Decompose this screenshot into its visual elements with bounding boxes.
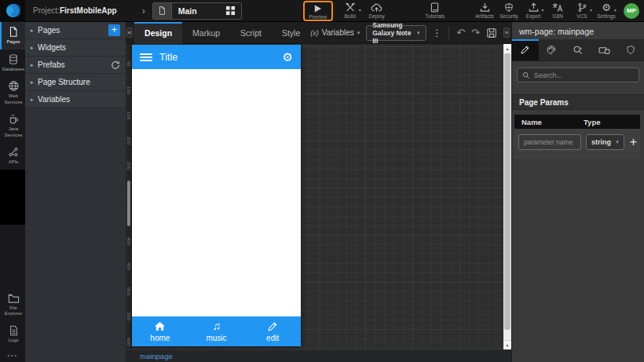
tab-properties[interactable] [512,39,539,60]
section-widgets[interactable]: ▸ Widgets [25,39,126,57]
rail-item-pages[interactable]: Pages [0,22,25,49]
section-prefabs[interactable]: ▸ Prefabs [25,57,126,74]
params-header-row: Name Type [514,115,640,129]
caret-down-icon: ▾ [614,7,617,13]
phone-preview[interactable]: Title ⚙ home ♫ music [132,45,301,346]
rail-more-button[interactable]: ••• [0,347,25,360]
folder-icon [8,293,20,304]
document-icon [8,26,19,38]
ruler-tick: 600 [126,338,131,346]
caret-down-icon: ▾ [417,30,420,36]
wavemaker-logo-icon [5,3,20,18]
tab-styles[interactable] [539,39,565,60]
preview-button[interactable]: Preview [308,3,328,20]
log-file-icon [9,325,19,336]
deploy-button[interactable]: Deploy [367,2,387,19]
expand-right-panel-button[interactable]: » [503,27,510,38]
variables-x-icon: (x) [310,29,319,37]
nav-item-music[interactable]: ♫ music [188,316,245,346]
tab-script[interactable]: Script [230,22,272,44]
tutorials-button[interactable]: Tutorials [425,2,445,19]
i18n-button[interactable]: I18N [547,2,568,19]
page-params-table: Name Type string ▾ + [514,115,640,159]
collapse-left-panel-button[interactable]: « [126,27,133,38]
app-logo[interactable] [0,0,25,22]
rail-item-apis[interactable]: APIs [0,142,25,170]
project-name: Project:FirstMobileApp [33,6,117,15]
page-doc-icon [153,3,172,19]
kebab-menu-icon[interactable]: ⋮ [433,27,442,38]
column-header-type: Type [584,118,640,126]
breadcrumb-chevron-icon: › [142,5,145,16]
tab-style[interactable]: Style [272,22,310,44]
page-selector[interactable]: Main [152,2,242,20]
scroll-up-arrow-icon[interactable]: ▲ [503,44,511,53]
rail-item-databases[interactable]: Databases [0,49,25,77]
refresh-icon[interactable] [111,60,120,70]
build-tools-icon: ▾ [345,2,356,13]
ruler-scrollbar-thumb[interactable] [127,181,130,226]
ruler-tick: 200 [126,137,131,144]
page-grid-icon[interactable] [221,3,241,19]
section-page-params[interactable]: Page Params [512,94,644,110]
events-search-icon [573,45,584,56]
upload-icon: ▾ [529,2,539,13]
user-avatar[interactable]: MP [624,3,639,19]
ruler-tick: 100 [126,86,131,94]
ruler-tick: 150 [126,112,131,119]
devices-icon [598,46,610,55]
security-button[interactable]: Security [499,2,519,19]
page-title: wm-page: mainpage [512,22,644,39]
inspector-search[interactable] [517,68,639,82]
music-icon: ♫ [212,320,221,332]
scroll-down-arrow-icon[interactable]: ▼ [503,340,511,349]
palette-icon [546,45,557,55]
phone-content-area[interactable] [132,69,301,316]
tab-devices[interactable] [591,39,618,60]
download-icon [480,2,490,13]
tab-design[interactable]: Design [134,22,182,44]
rail-item-web-services[interactable]: Web Services [0,76,25,109]
add-page-button[interactable]: + [108,24,120,36]
section-variables[interactable]: ▸ Variables [25,91,126,108]
tab-markup[interactable]: Markup [182,22,230,44]
design-canvas[interactable]: 50 100 150 200 250 300 350 400 450 500 5… [126,44,511,349]
rail-item-file-explorer[interactable]: File Explorer [0,289,25,321]
redo-icon[interactable]: ↷ [471,27,480,38]
tab-security[interactable] [617,39,644,60]
build-button[interactable]: ▾ Build [340,2,360,19]
save-icon[interactable] [486,27,497,38]
export-button[interactable]: ▾ Export [523,2,543,19]
section-page-structure[interactable]: ▸ Page Structure [25,74,126,91]
parameter-name-input[interactable] [518,134,581,150]
device-selector[interactable]: Samsung Galaxy Note III ▾ [366,25,426,41]
section-pages[interactable]: ▸ Pages + [25,22,126,39]
rail-item-logs[interactable]: Logs [0,321,25,348]
tab-events[interactable] [565,39,591,60]
nav-item-edit[interactable]: edit [244,316,301,346]
params-input-row: string ▾ + [514,129,640,159]
search-input[interactable] [534,71,634,79]
preview-highlight-box: Preview [303,1,333,21]
chevron-down-icon: ▾ [357,30,360,36]
breadcrumb[interactable]: mainpage [140,352,173,360]
canvas-toolbar: « Design Markup Script Style (x) Variabl… [126,22,511,44]
rail-item-java-services[interactable]: Java Services [0,109,25,142]
chevron-right-icon: ▸ [31,27,38,34]
chevron-right-icon: ▸ [31,45,38,51]
vcs-button[interactable]: ▾ VCS [572,2,592,19]
scrollbar-thumb[interactable] [504,53,510,330]
caret-down-icon: ▾ [541,7,543,13]
artifacts-button[interactable]: Artifacts [474,2,495,19]
undo-icon[interactable]: ↶ [456,27,465,38]
canvas-vertical-scrollbar[interactable]: ▲ ▼ [503,44,511,349]
variables-dropdown[interactable]: (x) Variables ▾ [310,28,360,37]
phone-title-bar[interactable]: Title ⚙ [132,45,301,69]
phone-gear-icon[interactable]: ⚙ [283,50,293,64]
settings-button[interactable]: ⚙ ▾ Settings [596,2,617,19]
add-parameter-button[interactable]: + [630,136,637,148]
hamburger-menu-icon[interactable] [140,52,152,63]
cloud-upload-icon [371,2,382,13]
parameter-type-select[interactable]: string ▾ [586,134,624,150]
nav-item-home[interactable]: home [132,316,188,346]
